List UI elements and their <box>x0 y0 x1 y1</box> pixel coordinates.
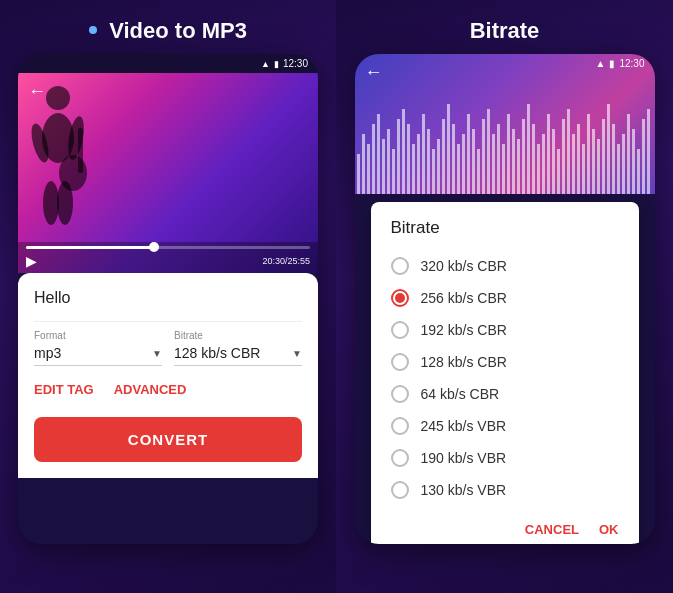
back-arrow-left[interactable]: ← <box>28 81 46 102</box>
svg-rect-18 <box>407 124 410 194</box>
form-row: Format mp3 ▼ Bitrate 128 kb/s CBR ▼ <box>34 330 302 366</box>
radio-circle <box>391 353 409 371</box>
radio-option[interactable]: 128 kb/s CBR <box>391 346 619 378</box>
format-select[interactable]: mp3 ▼ <box>34 345 162 366</box>
left-panel-title: Video to MP3 <box>89 18 247 44</box>
status-bar-left: 12:30 <box>18 54 318 73</box>
radio-options: 320 kb/s CBR256 kb/s CBR192 kb/s CBR128 … <box>391 250 619 506</box>
svg-rect-65 <box>642 119 645 194</box>
bitrate-label: Bitrate <box>174 330 302 341</box>
svg-rect-50 <box>567 109 570 194</box>
progress-fill <box>26 246 154 249</box>
signal-icon-right: ▲ <box>596 58 606 69</box>
radio-option[interactable]: 256 kb/s CBR <box>391 282 619 314</box>
svg-rect-38 <box>507 114 510 194</box>
svg-rect-27 <box>452 124 455 194</box>
radio-option[interactable]: 64 kb/s CBR <box>391 378 619 410</box>
dialog-title: Bitrate <box>391 218 619 238</box>
svg-rect-25 <box>442 119 445 194</box>
svg-rect-64 <box>637 149 640 194</box>
svg-rect-33 <box>482 119 485 194</box>
back-arrow-right[interactable]: ← <box>365 62 383 83</box>
svg-rect-31 <box>472 129 475 194</box>
video-time: 20:30/25:55 <box>262 256 310 266</box>
radio-circle <box>391 385 409 403</box>
bitrate-value: 128 kb/s CBR <box>174 345 260 361</box>
svg-point-0 <box>46 86 70 110</box>
svg-rect-54 <box>587 114 590 194</box>
svg-rect-59 <box>612 124 615 194</box>
radio-label: 64 kb/s CBR <box>421 386 500 402</box>
svg-rect-10 <box>367 144 370 194</box>
battery-icon-right: ▮ <box>609 58 615 69</box>
svg-rect-66 <box>647 109 650 194</box>
svg-rect-58 <box>607 104 610 194</box>
bitrate-dialog: Bitrate 320 kb/s CBR256 kb/s CBR192 kb/s… <box>371 202 639 544</box>
right-panel: Bitrate ▲ ▮ 12:30 ← <box>336 0 673 593</box>
title-dot <box>89 26 97 34</box>
svg-rect-45 <box>542 134 545 194</box>
svg-rect-21 <box>422 114 425 194</box>
format-value: mp3 <box>34 345 61 361</box>
svg-rect-23 <box>432 149 435 194</box>
radio-label: 245 kb/s VBR <box>421 418 507 434</box>
svg-rect-43 <box>532 124 535 194</box>
svg-rect-15 <box>392 149 395 194</box>
svg-rect-51 <box>572 134 575 194</box>
svg-point-7 <box>57 181 73 225</box>
radio-option[interactable]: 320 kb/s CBR <box>391 250 619 282</box>
video-area: ← <box>18 73 318 273</box>
progress-bar[interactable] <box>26 246 310 249</box>
svg-rect-34 <box>487 109 490 194</box>
phone-left: 12:30 ← <box>18 54 318 544</box>
bitrate-arrow-icon: ▼ <box>292 348 302 359</box>
dialog-actions: CANCEL OK <box>391 514 619 537</box>
convert-button[interactable]: CONVERT <box>34 417 302 462</box>
svg-rect-24 <box>437 139 440 194</box>
svg-rect-13 <box>382 139 385 194</box>
format-label: Format <box>34 330 162 341</box>
svg-rect-44 <box>537 144 540 194</box>
phone-right: ▲ ▮ 12:30 ← <box>355 54 655 544</box>
radio-option[interactable]: 245 kb/s VBR <box>391 410 619 442</box>
left-panel: Video to MP3 12:30 ← <box>0 0 336 593</box>
svg-rect-37 <box>502 144 505 194</box>
ok-button[interactable]: OK <box>599 522 619 537</box>
signal-icon <box>261 58 270 69</box>
svg-rect-55 <box>592 129 595 194</box>
progress-dot <box>149 242 159 252</box>
svg-rect-14 <box>387 129 390 194</box>
radio-option[interactable]: 190 kb/s VBR <box>391 442 619 474</box>
svg-rect-53 <box>582 144 585 194</box>
svg-rect-28 <box>457 144 460 194</box>
status-time-right: 12:30 <box>619 58 644 69</box>
radio-label: 256 kb/s CBR <box>421 290 507 306</box>
svg-rect-57 <box>602 119 605 194</box>
advanced-button[interactable]: ADVANCED <box>114 382 187 397</box>
svg-rect-8 <box>357 154 360 194</box>
cancel-button[interactable]: CANCEL <box>525 522 579 537</box>
svg-rect-49 <box>562 119 565 194</box>
controls-row: ▶ 20:30/25:55 <box>26 253 310 269</box>
play-button[interactable]: ▶ <box>26 253 37 269</box>
svg-point-6 <box>43 181 59 225</box>
svg-rect-60 <box>617 144 620 194</box>
svg-rect-48 <box>557 149 560 194</box>
battery-icon <box>274 58 279 69</box>
radio-circle <box>391 289 409 307</box>
svg-rect-26 <box>447 104 450 194</box>
radio-circle <box>391 321 409 339</box>
svg-rect-42 <box>527 104 530 194</box>
radio-option[interactable]: 192 kb/s CBR <box>391 314 619 346</box>
radio-option[interactable]: 130 kb/s VBR <box>391 474 619 506</box>
svg-rect-47 <box>552 129 555 194</box>
svg-rect-19 <box>412 144 415 194</box>
radio-label: 190 kb/s VBR <box>421 450 507 466</box>
divider-top <box>34 321 302 322</box>
edit-tag-button[interactable]: EDIT TAG <box>34 382 94 397</box>
file-name: Hello <box>34 289 302 307</box>
right-panel-title: Bitrate <box>470 18 540 44</box>
radio-circle <box>391 481 409 499</box>
conversion-card: Hello Format mp3 ▼ Bitrate 128 kb/s CBR … <box>18 273 318 478</box>
bitrate-select[interactable]: 128 kb/s CBR ▼ <box>174 345 302 366</box>
